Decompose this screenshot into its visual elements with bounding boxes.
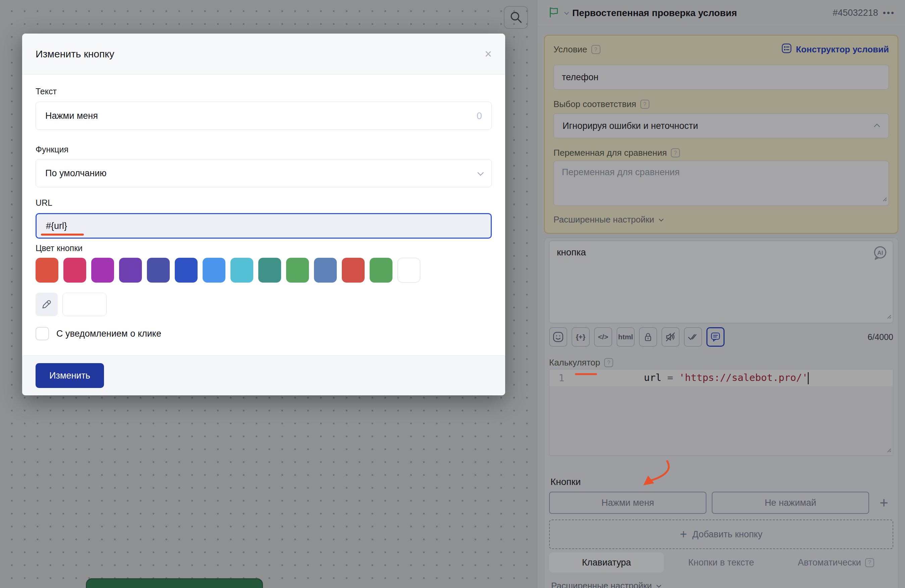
color-swatch[interactable] xyxy=(258,258,281,283)
color-swatch[interactable] xyxy=(286,258,309,283)
message-toolbar: {+} </> html xyxy=(549,327,893,347)
color-swatch[interactable] xyxy=(36,258,58,283)
tab-automatic[interactable]: Автоматически ? xyxy=(778,552,893,572)
panel-header: Первостепенная проверка условия #4503221… xyxy=(537,0,905,26)
color-swatch[interactable] xyxy=(175,258,198,283)
condition-label: Условие xyxy=(554,44,587,55)
flag-icon xyxy=(548,6,559,20)
resize-handle-icon[interactable] xyxy=(881,194,887,204)
emoji-icon[interactable] xyxy=(549,327,567,347)
condition-input[interactable] xyxy=(554,65,889,90)
condition-builder-link[interactable]: Конструктор условий xyxy=(781,43,889,56)
notify-checkbox[interactable] xyxy=(36,327,49,340)
color-field-label: Цвет кнопки xyxy=(36,243,492,253)
calculator-code-editor[interactable]: 1 url = 'https://salebot.pro/' xyxy=(549,369,893,456)
help-icon[interactable]: ? xyxy=(591,45,600,54)
resize-handle-icon[interactable] xyxy=(886,311,892,321)
chevron-down-icon xyxy=(477,170,483,176)
chevron-down-icon xyxy=(656,583,661,587)
chat-button-1[interactable]: Нажми меня xyxy=(549,492,707,514)
color-swatch[interactable] xyxy=(370,258,392,283)
calculator-label: Калькулятор xyxy=(549,358,600,368)
color-swatch[interactable] xyxy=(91,258,114,283)
submit-button[interactable]: Изменить xyxy=(36,363,104,388)
help-icon[interactable]: ? xyxy=(671,148,680,157)
code-line[interactable]: 1 url = 'https://salebot.pro/' xyxy=(549,370,893,386)
condition-builder-icon xyxy=(781,43,792,56)
variable-textarea[interactable]: Переменная для сравнения xyxy=(554,161,889,206)
condition-advanced-label: Расширенные настройки xyxy=(554,215,654,225)
flow-node-green[interactable] xyxy=(86,578,263,588)
chevron-down-icon xyxy=(659,216,664,221)
url-input[interactable] xyxy=(46,221,481,231)
code-operator: = xyxy=(662,372,679,383)
tab-automatic-label: Автоматически xyxy=(798,558,861,568)
chevron-up-icon xyxy=(874,124,880,130)
add-button[interactable]: + Добавить кнопку xyxy=(549,520,893,549)
tab-keyboard[interactable]: Клавиатура xyxy=(549,552,664,572)
match-select-value: Игнорируя ошибки и неточности xyxy=(562,121,698,131)
more-menu-icon[interactable]: ••• xyxy=(883,8,895,18)
notify-checkbox-row[interactable]: С уведомлением о клике xyxy=(36,327,492,340)
custom-color-input[interactable] xyxy=(62,292,107,316)
app-screen: Первостепенная проверка условия #4503221… xyxy=(0,0,905,588)
line-number: 1 xyxy=(549,372,573,384)
resize-handle-icon[interactable] xyxy=(886,447,892,454)
code-string: 'https://salebot.pro/' xyxy=(679,372,808,383)
buttons-row: Нажми меня Не нажимай + xyxy=(549,492,893,514)
text-cursor xyxy=(808,372,809,384)
eyedropper-icon[interactable] xyxy=(36,292,58,316)
html-icon[interactable]: html xyxy=(616,327,635,347)
close-icon[interactable]: × xyxy=(485,48,492,60)
canvas-search-button[interactable] xyxy=(504,6,528,29)
char-counter: 6/4000 xyxy=(868,332,893,342)
color-swatch[interactable] xyxy=(314,258,337,283)
function-select[interactable]: По умолчанию xyxy=(36,159,492,187)
help-icon[interactable]: ? xyxy=(865,558,874,567)
svg-text:AI: AI xyxy=(877,250,883,256)
function-field-label: Функция xyxy=(36,145,492,154)
color-swatch[interactable] xyxy=(64,258,86,283)
plus-icon: + xyxy=(680,527,687,541)
help-icon[interactable]: ? xyxy=(640,100,649,109)
url-field xyxy=(36,213,492,238)
double-check-icon[interactable] xyxy=(684,327,702,347)
function-select-value: По умолчанию xyxy=(45,168,478,178)
block-title: Первостепенная проверка условия xyxy=(572,8,737,19)
sound-off-icon[interactable] xyxy=(662,327,680,347)
chat-button-2[interactable]: Не нажимай xyxy=(712,492,869,514)
insert-variable-icon[interactable]: {+} xyxy=(572,327,590,347)
color-swatch-white[interactable] xyxy=(397,258,420,283)
help-icon[interactable]: ? xyxy=(604,358,613,367)
match-select[interactable]: Игнорируя ошибки и неточности xyxy=(554,113,889,138)
text-field-label: Текст xyxy=(36,87,492,96)
color-swatch[interactable] xyxy=(203,258,225,283)
collapse-chevron-icon[interactable] xyxy=(564,10,569,14)
modal-footer: Изменить xyxy=(22,355,505,395)
color-swatch[interactable] xyxy=(119,258,142,283)
condition-advanced-toggle[interactable]: Расширенные настройки xyxy=(554,215,889,225)
button-text-input[interactable] xyxy=(45,111,477,121)
add-button-plus-icon[interactable]: + xyxy=(875,492,893,514)
match-label: Выбор соответствия xyxy=(554,99,636,110)
url-field-label: URL xyxy=(36,198,492,208)
message-textarea[interactable]: кнопка AI xyxy=(549,241,893,323)
color-swatch[interactable] xyxy=(342,258,365,283)
lock-icon[interactable] xyxy=(639,327,657,347)
ai-assistant-icon[interactable]: AI xyxy=(872,245,888,264)
block-settings-panel: Первостепенная проверка условия #4503221… xyxy=(537,0,905,588)
comment-icon[interactable] xyxy=(707,327,724,347)
color-swatch[interactable] xyxy=(230,258,253,283)
block-id: #45032218 xyxy=(833,8,878,18)
tab-buttons-in-text[interactable]: Кнопки в тексте xyxy=(664,552,778,572)
text-field: 0 xyxy=(36,102,492,130)
message-advanced-toggle[interactable]: Расширенные настройки xyxy=(551,581,891,588)
color-swatch[interactable] xyxy=(147,258,170,283)
code-icon[interactable]: </> xyxy=(594,327,612,347)
modal-header: Изменить кнопку × xyxy=(22,33,505,75)
add-button-label: Добавить кнопку xyxy=(692,529,762,540)
variable-placeholder: Переменная для сравнения xyxy=(562,167,680,177)
modal-title: Изменить кнопку xyxy=(36,48,114,60)
message-text: кнопка xyxy=(557,247,586,257)
condition-builder-label: Конструктор условий xyxy=(796,44,889,55)
